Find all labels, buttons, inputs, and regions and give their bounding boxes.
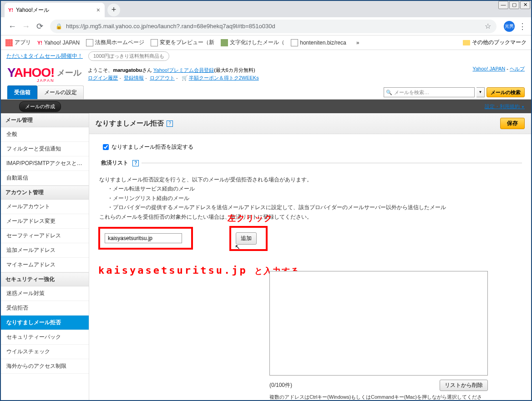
sidebar-item-myname-address[interactable]: マイネームアドレス: [1, 258, 89, 272]
browser-tab[interactable]: Y! Yahoo!メール ×: [5, 3, 105, 17]
page-icon: [291, 39, 298, 46]
premium-link[interactable]: Yahoo!プレミアム会員登録: [153, 67, 214, 73]
bookmark-item[interactable]: 変更をプレビュー（新: [151, 39, 214, 46]
window-close[interactable]: ✕: [520, 1, 530, 9]
help-icon[interactable]: ?: [167, 120, 173, 127]
other-bookmarks-label: その他のブックマーク: [472, 39, 527, 46]
tab-close-icon[interactable]: ×: [96, 6, 100, 14]
annotation-left-click: 左クリック: [228, 211, 273, 226]
search-placeholder: メールを検索…: [394, 89, 429, 96]
sidebar-item-spam[interactable]: 迷惑メール対策: [1, 286, 89, 301]
username: marugatobu: [113, 67, 142, 73]
yahoo-icon: Y!: [37, 40, 42, 45]
compose-button[interactable]: メールの作成: [19, 101, 61, 112]
sidebar-header-account: アカウント管理: [1, 185, 89, 200]
sidebar-item-general[interactable]: 全般: [1, 127, 89, 142]
desc-line: なりすましメール拒否設定を行うと、以下のメールが受信拒否される場合があります。: [99, 175, 522, 184]
logo-excl: !: [51, 65, 54, 80]
help-link[interactable]: ヘルプ: [510, 66, 525, 71]
browser-menu-icon[interactable]: ⋮: [518, 21, 527, 31]
forward-button[interactable]: →: [19, 20, 33, 33]
page-header: YAHOO! JAPAN メール ようこそ、marugatobuさん Yahoo…: [1, 62, 531, 83]
annotation-highlight-input: [98, 227, 193, 250]
checkbox-label[interactable]: なりすましメール拒否を設定する: [111, 143, 193, 151]
reload-button[interactable]: ⟳: [33, 20, 46, 33]
sidebar-item-filter[interactable]: フィルターと受信通知: [1, 142, 89, 156]
add-button[interactable]: 追加: [236, 232, 257, 245]
mail-search-input[interactable]: 🔍 メールを検索…: [384, 87, 475, 97]
sidebar-item-imap[interactable]: IMAP/POP/SMTPアクセスと…: [1, 156, 89, 171]
cursor-icon: ↖: [235, 243, 240, 251]
bookmark-label: 文字化けしたメール（: [230, 39, 284, 46]
reg-info-link[interactable]: 登録情報: [124, 75, 144, 80]
window-minimize[interactable]: —: [498, 1, 508, 9]
sidebar-item-block[interactable]: 受信拒否: [1, 301, 89, 316]
promo-link[interactable]: ただいまタイムセール開催中！: [6, 52, 83, 60]
page-icon: [151, 39, 158, 46]
profile-avatar[interactable]: 光男: [504, 21, 515, 32]
search-dropdown-icon[interactable]: ▼: [476, 87, 485, 97]
bookmark-label: 変更をプレビュー（新: [160, 39, 214, 46]
new-tab-button[interactable]: +: [107, 4, 120, 16]
url-field[interactable]: 🔒 https://jp.mg5.mail.yahoo.co.jp/neo/la…: [50, 20, 497, 33]
bookmark-star-icon[interactable]: ☆: [485, 22, 491, 30]
login-history-link[interactable]: ログイン履歴: [88, 75, 118, 80]
sidebar-header-mail: メール管理: [1, 113, 89, 127]
apps-shortcut[interactable]: アプリ: [5, 39, 31, 46]
list-count: (0/100件): [269, 381, 292, 389]
main-content: なりすましメール拒否 ? 保存 なりすましメール拒否を設定する 救済リスト ? …: [89, 113, 531, 401]
bookmark-label: Yahoo! JAPAN: [44, 40, 80, 46]
logout-link[interactable]: ログアウト: [150, 75, 175, 80]
desc-line: これらのメールを受信拒否の対象外にしたい場合は、救済リストに登録してください。: [99, 214, 312, 220]
coupon-link[interactable]: 半額クーポン＆得トク2WEEKs: [189, 75, 259, 80]
logo-ahoo: AHOO: [14, 65, 51, 80]
help-icon[interactable]: ?: [132, 160, 139, 166]
logo[interactable]: YAHOO! JAPAN メール: [7, 65, 81, 83]
bookmark-item[interactable]: 法務局ホームページ: [86, 39, 144, 46]
rescue-list-fieldset: 救済リスト ?: [98, 159, 522, 171]
other-bookmarks[interactable]: その他のブックマーク: [463, 39, 527, 46]
sidebar-item-spoofing[interactable]: なりすましメール拒否: [1, 316, 89, 330]
rescue-list-area: (0/100件) リストから削除 複数のアドレスはCtrlキー(Windows)…: [269, 271, 522, 401]
sidebar-item-additional-address[interactable]: 追加メールアドレス: [1, 243, 89, 258]
folder-icon: [463, 40, 470, 45]
content: メール管理 全般 フィルターと受信通知 IMAP/POP/SMTPアクセスと… …: [1, 113, 531, 401]
logo-y: Y: [7, 65, 14, 80]
save-button[interactable]: 保存: [500, 118, 525, 129]
favicon-yahoo: Y!: [8, 7, 13, 13]
url-text: https://jp.mg5.mail.yahoo.co.jp/neo/laun…: [66, 23, 275, 30]
rescue-address-input[interactable]: [105, 233, 182, 243]
sidebar-item-autoreply[interactable]: 自動返信: [1, 171, 89, 185]
bookmarks-overflow-icon[interactable]: »: [356, 40, 360, 46]
sidebar-item-virus[interactable]: ウイルスチェック: [1, 345, 89, 359]
sidebar-item-account[interactable]: メールアカウント: [1, 200, 89, 214]
bookmark-item[interactable]: 文字化けしたメール（: [221, 39, 284, 46]
sidebar-item-security-pack[interactable]: セキュリティーパック: [1, 330, 89, 345]
yahoo-japan-link[interactable]: Yahoo! JAPAN: [472, 66, 505, 71]
san-suffix: さん: [142, 67, 152, 73]
page-icon: [86, 39, 93, 46]
sidebar-item-address-change[interactable]: メールアドレス変更: [1, 214, 89, 229]
bookmark-item[interactable]: Y! Yahoo! JAPAN: [37, 40, 80, 46]
sidebar: メール管理 全般 フィルターと受信通知 IMAP/POP/SMTPアクセスと… …: [1, 113, 89, 401]
promo-pill[interactable]: 1000円ぽっきり送料無料商品も: [88, 51, 169, 61]
tab-mail-settings[interactable]: メールの設定: [37, 85, 84, 99]
apps-grid-icon: [5, 39, 13, 46]
sidebar-item-overseas[interactable]: 海外からのアクセス制限: [1, 359, 89, 374]
delete-from-list-button[interactable]: リストから削除: [440, 380, 488, 391]
desc-line: ・メール転送サービス経由のメール: [107, 184, 522, 193]
sidebar-item-safety-address[interactable]: セーフティーアドレス: [1, 229, 89, 243]
desc-line: ・メーリングリスト経由のメール: [107, 194, 522, 203]
enable-spoofing-block-checkbox[interactable]: [103, 144, 109, 150]
tab-inbox[interactable]: 受信箱: [7, 85, 37, 99]
settings-terms-link[interactable]: 設定・利用規約 ▼: [485, 103, 525, 110]
bookmark-item[interactable]: honteniten.biz/reca: [291, 39, 346, 46]
page-title-bar: なりすましメール拒否 ? 保存: [89, 113, 531, 134]
mail-search-button[interactable]: メールの検索: [486, 87, 525, 97]
toolbar: メールの作成 設定・利用規約 ▼: [1, 100, 531, 113]
greeting-text: ようこそ、: [88, 67, 113, 73]
back-button[interactable]: ←: [5, 20, 19, 33]
rescue-list-box[interactable]: [269, 271, 488, 376]
desc-line: ・プロバイダーの提供するメールアドレスを送信メールアドレスに設定して、該当プロバ…: [107, 203, 522, 212]
window-maximize[interactable]: ▢: [509, 1, 519, 9]
